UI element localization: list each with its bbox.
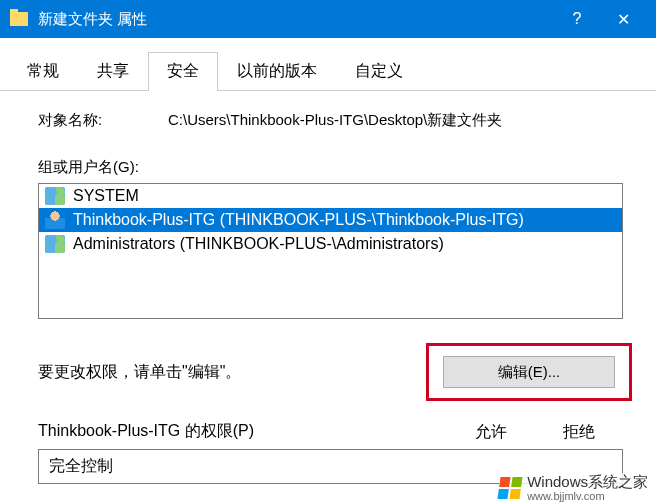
folder-icon (10, 12, 28, 26)
edit-row: 要更改权限，请单击"编辑"。 编辑(E)... (38, 343, 632, 401)
principal-name: Administrators (THINKBOOK-PLUS-\Administ… (73, 235, 444, 253)
tab-strip: 常规 共享 安全 以前的版本 自定义 (0, 38, 656, 91)
titlebar: 新建文件夹 属性 ? ✕ (0, 0, 656, 38)
watermark: Windows系统之家 www.bjjmlv.com (499, 473, 648, 502)
watermark-brand: Windows (527, 473, 588, 490)
help-button[interactable]: ? (554, 10, 600, 28)
groups-label: 组或用户名(G): (38, 158, 632, 177)
principal-item-system[interactable]: SYSTEM (39, 184, 622, 208)
principal-item-user[interactable]: Thinkbook-Plus-ITG (THINKBOOK-PLUS-\Thin… (39, 208, 622, 232)
group-icon (45, 187, 65, 205)
watermark-site: 系统之家 (588, 473, 648, 490)
principal-item-admins[interactable]: Administrators (THINKBOOK-PLUS-\Administ… (39, 232, 622, 256)
tab-general[interactable]: 常规 (8, 52, 78, 90)
tab-customize[interactable]: 自定义 (336, 52, 422, 90)
col-allow: 允许 (475, 422, 507, 443)
object-row: 对象名称: C:\Users\Thinkbook-Plus-ITG\Deskto… (38, 111, 632, 130)
tab-security[interactable]: 安全 (148, 52, 218, 91)
edit-hint: 要更改权限，请单击"编辑"。 (38, 362, 426, 383)
principal-name: Thinkbook-Plus-ITG (THINKBOOK-PLUS-\Thin… (73, 211, 524, 229)
group-icon (45, 235, 65, 253)
tab-previous-versions[interactable]: 以前的版本 (218, 52, 336, 90)
principal-name: SYSTEM (73, 187, 139, 205)
edit-highlight: 编辑(E)... (426, 343, 632, 401)
object-label: 对象名称: (38, 111, 168, 130)
window-title: 新建文件夹 属性 (38, 10, 554, 29)
object-path: C:\Users\Thinkbook-Plus-ITG\Desktop\新建文件… (168, 111, 632, 130)
col-deny: 拒绝 (563, 422, 595, 443)
tab-sharing[interactable]: 共享 (78, 52, 148, 90)
windows-logo-icon (498, 477, 523, 499)
close-button[interactable]: ✕ (600, 10, 646, 29)
permission-name: 完全控制 (49, 457, 113, 474)
edit-button[interactable]: 编辑(E)... (443, 356, 615, 388)
tab-content: 对象名称: C:\Users\Thinkbook-Plus-ITG\Deskto… (0, 91, 656, 484)
user-icon (45, 211, 65, 229)
principals-list[interactable]: SYSTEM Thinkbook-Plus-ITG (THINKBOOK-PLU… (38, 183, 623, 319)
